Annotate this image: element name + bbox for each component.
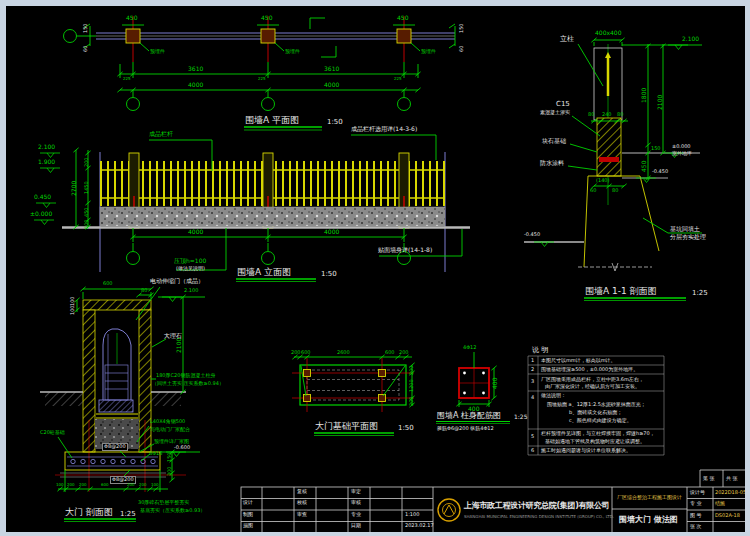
gate-wall-note: 180厚C20钢筋混凝土柱身	[156, 373, 215, 379]
note-line: 栏杆预埋件见详图，与立柱焊接牢固，焊缝h≥70，	[541, 431, 655, 437]
sec-hatch-dim: 240	[602, 112, 612, 118]
elev-coping-sub: (做法见说明)	[176, 266, 205, 272]
company-name: 上海市政工程设计研究总院(集团)有限公司	[464, 502, 609, 511]
gate-bed-note: 基底夯实（压实系数≥0.93）	[140, 508, 205, 514]
note-line: 做法说明：	[541, 393, 566, 399]
plan-railing-note: 成品栏杆选用详(14-3-6)	[351, 126, 417, 133]
field-value: DS02A-18	[715, 513, 740, 519]
elev-seg-dim: 200	[84, 157, 90, 167]
gate-level-top: 2.100	[184, 288, 198, 294]
note-line: 基础如遇地下管线及构筑物时应避让或调整。	[545, 439, 645, 445]
plan-post-tag: 预埋件	[150, 49, 165, 55]
gate-side-dim: 300	[167, 466, 173, 476]
note-no: 1	[531, 358, 534, 364]
sig-cell: 日期	[351, 523, 361, 529]
gate-wall-dim: 80	[141, 288, 147, 294]
sec-level-minus: -0.450	[652, 169, 668, 175]
field-label: 张 次	[690, 524, 702, 530]
elev-coping-note: 压顶h=100	[174, 258, 206, 265]
window-frame-top	[0, 0, 750, 6]
gfp-side-dim: 1200	[409, 379, 415, 392]
plan-overall-dim: 4000	[188, 82, 203, 89]
sec-c15: C15	[556, 101, 570, 109]
cad-canvas: 450 450 450 预埋件 预埋件 预埋件 150 60 150 60 36…	[0, 0, 750, 536]
gate-rebar-label: 8Φ16	[149, 451, 162, 457]
sec-level-zero: ±0.000	[672, 144, 691, 150]
field-value: 2022D18-05	[715, 490, 746, 496]
plan-post-tag: 预埋件	[421, 49, 436, 55]
sec-wall-label: 块石基础	[542, 138, 566, 145]
elev-seg-dim: 450	[84, 207, 90, 217]
note-line: 围墙基础埋深≥500，±0.000为室外地坪。	[541, 367, 638, 373]
plan-scale: 1:50	[327, 119, 343, 127]
sec-fill-note: 分层夯实处理	[670, 234, 706, 241]
gate-footing-dim: 200	[67, 483, 75, 487]
elev-level: 2.100	[38, 144, 55, 151]
note-no: 6	[531, 448, 534, 454]
gate-width-dim: 600	[103, 281, 113, 287]
gfp-scale: 1:50	[398, 425, 414, 433]
gate-footing-dim: 600	[101, 483, 109, 487]
sig-cell: 复核	[297, 489, 307, 495]
plan-end-dim: 150	[83, 23, 89, 33]
sig-cell: 描图	[243, 523, 253, 529]
plan-post-dim: 450	[126, 15, 137, 22]
col-sub-note: 箍筋Φ6@200 纵筋4Φ12	[437, 426, 494, 432]
gate-cap-dim: 100	[70, 305, 76, 315]
plan-end-dim: 60	[459, 46, 465, 52]
plan-overall-dim: 4000	[324, 82, 339, 89]
elev-scale: 1:50	[321, 271, 337, 279]
col-height-dim: 400	[492, 378, 499, 389]
gate-footing-dim: 200	[139, 483, 147, 487]
sec-hatch-dim: 80	[617, 112, 623, 118]
plan-bay-dim: 3610	[188, 66, 203, 73]
corner-cell: 共 张	[726, 476, 738, 482]
note-no: 4	[531, 395, 534, 401]
gate-base-label: C20砼基础	[40, 430, 65, 436]
notes-header: 说 明	[532, 347, 548, 355]
elev-railing-label: 成品栏杆	[149, 131, 173, 138]
gate-title: 大门 剖面图	[65, 508, 113, 518]
gate-side-dim: 150	[167, 452, 173, 462]
field-label: 专 业	[690, 501, 702, 507]
gate-footing-dim: 100	[151, 483, 159, 487]
sig-cell: 审核	[351, 500, 361, 506]
sec-fill-note: 基坑回填土	[670, 226, 700, 233]
sec-dim-150: 150	[651, 146, 661, 152]
section-1-1-linework	[524, 38, 702, 301]
elev-bay-dim: 4000	[324, 229, 339, 236]
elev-seg-dim: 1450	[84, 181, 90, 194]
plan-linework	[64, 16, 456, 160]
sec-level-top: 2.100	[682, 36, 699, 43]
gfp-top-dim: 600	[385, 350, 395, 356]
sec-base-dim: (140)	[596, 178, 609, 184]
gate-height-dim: 2100	[176, 338, 183, 353]
sec-ground-label: 室外地坪	[672, 151, 692, 157]
gate-wall-note: （回填土夯实 压实系数≥0.94）	[152, 381, 224, 387]
gate-level-bottom: -0.600	[174, 445, 190, 451]
sec-dim-1800: 1800	[641, 88, 648, 103]
note-no: 3	[531, 379, 534, 385]
sec-dim-2100: 2100	[657, 95, 664, 110]
sec-dim-450: 450	[641, 161, 648, 172]
drawing-title: 围墙大门 做法图	[619, 516, 678, 525]
note-no: 5	[531, 434, 534, 440]
plan-post-tag: 预埋件	[285, 49, 300, 55]
field-value: 结施	[715, 501, 725, 507]
gate-bed-note: 30厚碎石垫层平整夯实	[138, 500, 189, 506]
gate-rebar-label: Φ8@200	[102, 443, 128, 451]
note-no: 2	[531, 367, 534, 373]
elev-level: ±0.000	[30, 211, 52, 218]
elev-level: 1.900	[38, 159, 55, 166]
plan-end-dim: 150	[459, 23, 465, 33]
sec-base-dim: 80	[612, 188, 618, 194]
sec-title: 围墙A 1-1 剖面图	[585, 287, 657, 297]
sig-cell: 1:100	[405, 512, 419, 518]
plan-offset-dim: 225	[258, 77, 266, 81]
note-line: 由厂家深化设计，经确认后方可加工安装。	[545, 384, 640, 390]
gfp-side-dim: 200	[409, 396, 415, 406]
sec-wp-label: 防水涂料	[540, 160, 564, 167]
corner-cell: 第 张	[703, 476, 715, 482]
plan-offset-dim: 225	[123, 77, 131, 81]
sig-cell: 校核	[297, 500, 307, 506]
